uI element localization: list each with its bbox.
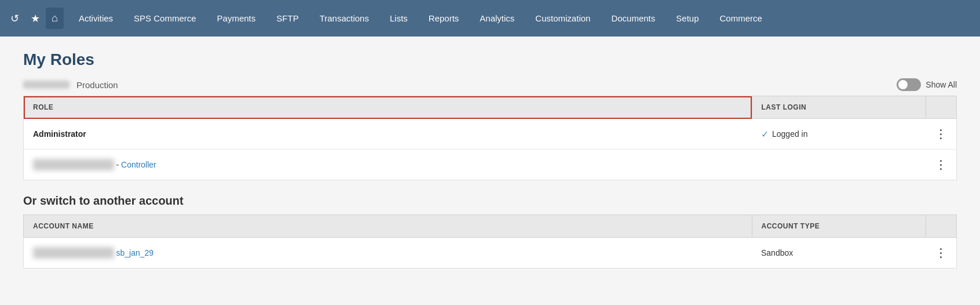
roles-table-header: ROLE LAST LOGIN bbox=[24, 96, 957, 119]
table-row: account_name_here sb_jan_29Sandbox⋮ bbox=[24, 238, 957, 268]
nav-item-lists[interactable]: Lists bbox=[379, 0, 418, 37]
last-login-cell: ✓Logged in bbox=[752, 119, 926, 150]
switch-account-title: Or switch to another account bbox=[23, 194, 957, 208]
nav-item-sps-commerce[interactable]: SPS Commerce bbox=[123, 0, 207, 37]
table-row: Firstname Lastname - Controller⋮ bbox=[24, 150, 957, 180]
top-nav: ↺ ★ ⌂ Activities SPS Commerce Payments S… bbox=[0, 0, 980, 37]
section-label: Production bbox=[23, 80, 118, 90]
table-row: Administrator✓Logged in⋮ bbox=[24, 119, 957, 150]
account-type-column-header: ACCOUNT TYPE bbox=[752, 215, 926, 238]
main-content: My Roles Production Show All ROLE LAST L… bbox=[0, 37, 980, 305]
role-column-header: ROLE bbox=[24, 96, 752, 119]
nav-item-reports[interactable]: Reports bbox=[418, 0, 470, 37]
account-name-cell: account_name_here sb_jan_29 bbox=[24, 238, 752, 268]
nav-item-commerce[interactable]: Commerce bbox=[709, 0, 772, 37]
accounts-table: ACCOUNT NAME ACCOUNT TYPE account_name_h… bbox=[23, 215, 957, 268]
actions-column-header bbox=[926, 96, 957, 119]
toggle-container: Show All bbox=[897, 78, 957, 91]
show-all-label: Show All bbox=[926, 80, 957, 89]
home-button[interactable]: ⌂ bbox=[46, 8, 64, 29]
accounts-actions-column-header bbox=[926, 215, 957, 238]
three-dots-icon[interactable]: ⋮ bbox=[935, 246, 947, 259]
login-status: Logged in bbox=[772, 129, 808, 139]
nav-item-documents[interactable]: Documents bbox=[601, 0, 665, 37]
three-dots-icon[interactable]: ⋮ bbox=[935, 128, 947, 140]
nav-item-setup[interactable]: Setup bbox=[665, 0, 709, 37]
back-button[interactable]: ↺ bbox=[5, 8, 25, 30]
favorites-button[interactable]: ★ bbox=[25, 8, 46, 30]
blurred-account-name: account_name_here bbox=[33, 247, 114, 259]
account-name-column-header: ACCOUNT NAME bbox=[24, 215, 752, 238]
check-icon: ✓ bbox=[761, 129, 769, 140]
nav-item-payments[interactable]: Payments bbox=[207, 0, 266, 37]
accounts-table-body: account_name_here sb_jan_29Sandbox⋮ bbox=[24, 238, 957, 268]
roles-table-body: Administrator✓Logged in⋮Firstname Lastna… bbox=[24, 119, 957, 180]
row-actions-button[interactable]: ⋮ bbox=[926, 150, 957, 180]
toggle-slider bbox=[897, 78, 921, 91]
blurred-role-name: Firstname Lastname bbox=[33, 159, 114, 170]
nav-item-sftp[interactable]: SFTP bbox=[266, 0, 309, 37]
roles-table: ROLE LAST LOGIN Administrator✓Logged in⋮… bbox=[23, 96, 957, 180]
role-link[interactable]: Controller bbox=[121, 160, 156, 169]
section-header-row: Production Show All bbox=[23, 78, 957, 91]
account-actions-button[interactable]: ⋮ bbox=[926, 238, 957, 268]
account-type-cell: Sandbox bbox=[752, 238, 926, 268]
nav-menu: Activities SPS Commerce Payments SFTP Tr… bbox=[68, 0, 773, 37]
show-all-toggle[interactable] bbox=[897, 78, 921, 91]
nav-item-transactions[interactable]: Transactions bbox=[309, 0, 379, 37]
account-name-link[interactable]: sb_jan_29 bbox=[116, 248, 154, 257]
account-name-blurred bbox=[23, 81, 70, 89]
last-login-column-header: LAST LOGIN bbox=[752, 96, 926, 119]
environment-label: Production bbox=[76, 80, 118, 90]
role-name: Administrator bbox=[33, 129, 86, 139]
nav-item-analytics[interactable]: Analytics bbox=[469, 0, 525, 37]
three-dots-icon[interactable]: ⋮ bbox=[935, 158, 947, 171]
page-title: My Roles bbox=[23, 50, 957, 69]
row-actions-button[interactable]: ⋮ bbox=[926, 119, 957, 150]
last-login-cell bbox=[752, 150, 926, 180]
nav-item-activities[interactable]: Activities bbox=[68, 0, 123, 37]
accounts-table-header: ACCOUNT NAME ACCOUNT TYPE bbox=[24, 215, 957, 238]
nav-item-customization[interactable]: Customization bbox=[525, 0, 601, 37]
